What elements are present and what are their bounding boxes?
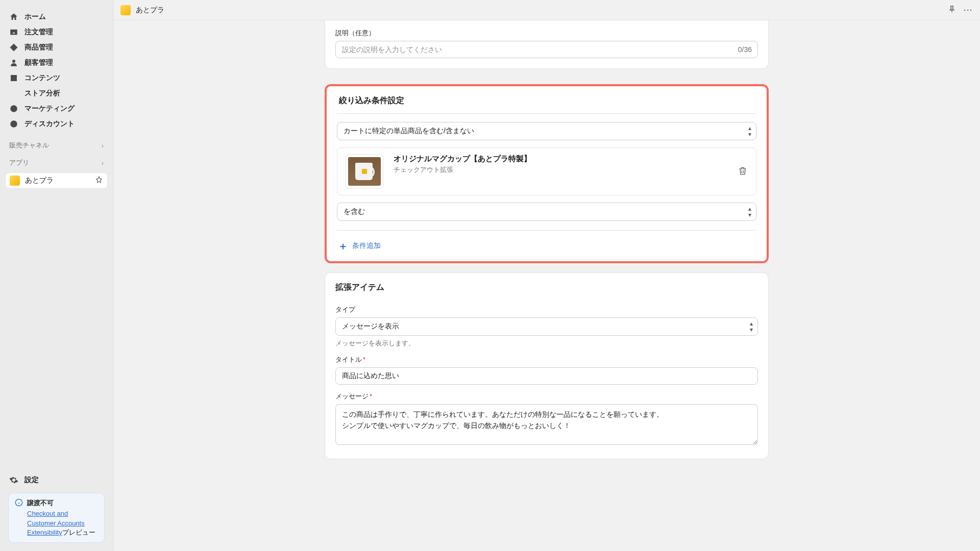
- sidebar-item-content[interactable]: コンテンツ: [4, 70, 109, 86]
- selected-product-row: オリジナルマグカップ【あとプラ特製】 チェックアウト拡張: [337, 147, 756, 195]
- title-label: タイトル*: [335, 355, 758, 364]
- sidebar-item-label: 設定: [24, 475, 39, 485]
- svg-point-2: [13, 108, 14, 109]
- product-thumbnail: [346, 154, 383, 189]
- title-input[interactable]: [335, 367, 758, 385]
- sidebar-item-products[interactable]: 商品管理: [4, 40, 109, 55]
- sidebar-item-label: マーケティング: [24, 104, 75, 113]
- home-icon: [9, 12, 18, 21]
- select-value: メッセージを表示: [342, 322, 399, 330]
- nav-section-sales-channels[interactable]: 販売チャネル ›: [0, 136, 113, 153]
- section-title: 絞り込み条件設定: [337, 93, 756, 113]
- sidebar-item-marketing[interactable]: マーケティング: [4, 101, 109, 116]
- info-icon: [15, 498, 23, 508]
- app-logo-icon: [120, 5, 131, 15]
- required-indicator: *: [363, 356, 365, 363]
- select-value: を含む: [344, 207, 365, 215]
- sidebar-item-label: ディスカウント: [24, 119, 75, 129]
- sidebar-item-label: 顧客管理: [24, 58, 53, 67]
- bar-chart-icon: [9, 89, 18, 98]
- discount-icon: [9, 119, 18, 129]
- add-condition-label: 条件追加: [352, 241, 381, 251]
- char-counter: 0/36: [738, 45, 752, 54]
- condition-type-select[interactable]: カートに特定の単品商品を含む/含まない: [337, 122, 756, 140]
- sidebar-item-label: ホーム: [24, 12, 46, 21]
- required-indicator: *: [370, 392, 372, 400]
- app-logo-icon: [10, 176, 20, 186]
- sidebar-item-label: ストア分析: [24, 89, 60, 98]
- nav: ホーム 注文管理 商品管理 顧客管理 コンテンツ ストア分析: [0, 5, 113, 136]
- message-textarea[interactable]: [335, 404, 758, 445]
- gear-icon: [9, 475, 18, 485]
- description-label: 説明（任意）: [335, 29, 758, 38]
- pin-icon[interactable]: [95, 176, 103, 186]
- select-value: カートに特定の単品商品を含む/含まない: [344, 127, 474, 135]
- inbox-icon: [9, 28, 18, 37]
- section-title: 拡張アイテム: [335, 282, 758, 298]
- info-title: 譲渡不可: [27, 498, 54, 508]
- nav-section-label: 販売チャネル: [9, 141, 49, 150]
- info-banner: 譲渡不可 Checkout and Customer Accounts Exte…: [8, 493, 105, 543]
- content-scroll[interactable]: 説明（任意） 0/36 絞り込み条件設定 カートに特定の単品商品を含む/含まない: [113, 20, 980, 551]
- type-help-text: メッセージを表示します。: [335, 339, 758, 348]
- type-select[interactable]: メッセージを表示: [335, 317, 758, 336]
- plus-icon: ＋: [338, 241, 348, 251]
- pin-icon[interactable]: [947, 5, 957, 15]
- sidebar-item-settings[interactable]: 設定: [4, 471, 109, 489]
- divider: [337, 113, 756, 114]
- tag-icon: [9, 43, 18, 52]
- extension-item-card: 拡張アイテム タイプ メッセージを表示 ▴▾ メッセージを表示します。: [325, 272, 769, 459]
- description-input[interactable]: [335, 41, 758, 58]
- sidebar-item-orders[interactable]: 注文管理: [4, 24, 109, 40]
- topbar: あとプラ ···: [113, 0, 980, 20]
- page-title: あとプラ: [136, 6, 164, 15]
- sidebar-item-home[interactable]: ホーム: [4, 9, 109, 24]
- message-label: メッセージ*: [335, 392, 758, 401]
- product-subtitle: チェックアウト拡張: [394, 165, 531, 174]
- image-icon: [9, 73, 18, 83]
- chevron-right-icon: ›: [102, 159, 104, 167]
- filter-conditions-card: 絞り込み条件設定 カートに特定の単品商品を含む/含まない ▴▾: [325, 84, 769, 263]
- info-suffix: プレビュー: [62, 529, 95, 536]
- delete-product-button[interactable]: [738, 166, 748, 178]
- pinned-app-label: あとプラ: [25, 176, 54, 185]
- sidebar-item-customers[interactable]: 顧客管理: [4, 55, 109, 70]
- person-icon: [9, 58, 18, 67]
- nav-section-apps[interactable]: アプリ ›: [0, 153, 113, 170]
- sidebar: ホーム 注文管理 商品管理 顧客管理 コンテンツ ストア分析: [0, 0, 113, 551]
- svg-point-3: [10, 120, 17, 128]
- sidebar-item-label: 注文管理: [24, 28, 53, 37]
- sidebar-item-label: 商品管理: [24, 43, 53, 52]
- include-select[interactable]: を含む: [337, 203, 756, 221]
- add-condition-button[interactable]: ＋ 条件追加: [337, 239, 756, 252]
- main: あとプラ ··· 説明（任意） 0/36: [113, 0, 980, 551]
- more-icon[interactable]: ···: [964, 6, 973, 14]
- sidebar-item-discounts[interactable]: ディスカウント: [4, 116, 109, 132]
- divider: [337, 230, 756, 231]
- nav-section-label: アプリ: [9, 158, 29, 167]
- sidebar-item-label: コンテンツ: [24, 73, 60, 83]
- pinned-app-item[interactable]: あとプラ: [5, 172, 108, 189]
- target-icon: [9, 104, 18, 113]
- product-name: オリジナルマグカップ【あとプラ特製】: [394, 154, 531, 164]
- type-label: タイプ: [335, 305, 758, 314]
- sidebar-item-analytics[interactable]: ストア分析: [4, 86, 109, 101]
- chevron-right-icon: ›: [102, 142, 104, 149]
- description-card: 説明（任意） 0/36: [325, 20, 769, 69]
